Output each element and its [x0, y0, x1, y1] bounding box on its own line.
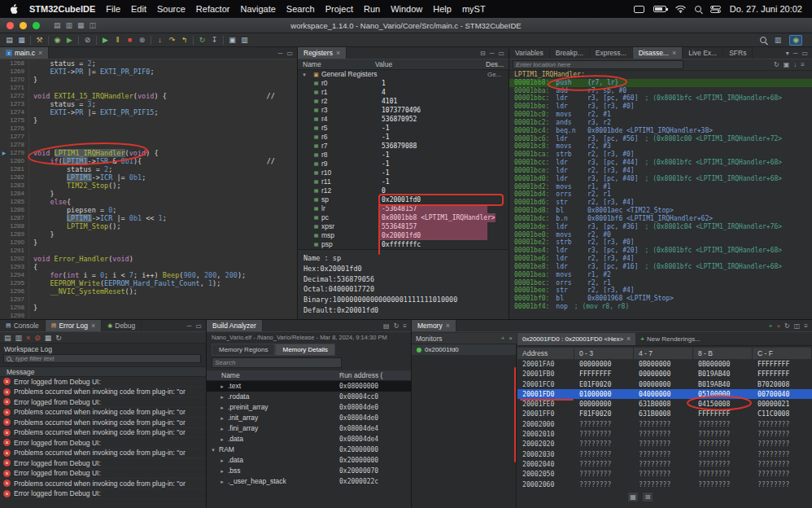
- code-line[interactable]: 1288 LPTIM_Stop();: [0, 222, 297, 230]
- memory-cell[interactable]: F81F0020: [574, 409, 634, 418]
- memory-cell[interactable]: ????????: [753, 469, 812, 479]
- log-row[interactable]: ×Problems occurred when invoking code fr…: [0, 388, 206, 398]
- memory-cell[interactable]: 00000000: [574, 359, 634, 369]
- instruction-stepping-button[interactable]: ↧: [208, 34, 220, 46]
- expander-icon[interactable]: ▸: [219, 466, 225, 476]
- table-icon[interactable]: ⊞: [642, 492, 653, 502]
- memory-cell[interactable]: ????????: [753, 419, 812, 429]
- build-search-input[interactable]: [212, 357, 342, 368]
- code-line[interactable]: 1275}: [0, 116, 297, 125]
- toolbar-search-icon[interactable]: [760, 37, 766, 43]
- minimize-icon[interactable]: ─: [187, 322, 192, 330]
- close-tab-icon[interactable]: ×: [446, 322, 450, 330]
- line-number[interactable]: 1289: [8, 230, 29, 239]
- expander-icon[interactable]: ▸: [219, 423, 225, 434]
- cpp-perspective-button[interactable]: ▥: [771, 35, 785, 46]
- disasm-line[interactable]: 00001bea:movs r1, #2: [509, 271, 812, 279]
- suspend-button[interactable]: ‖: [111, 34, 124, 46]
- menu-item-source[interactable]: Source: [157, 4, 186, 14]
- register-row-psp[interactable]: ▦psp0xfffffffc: [298, 240, 509, 249]
- disasm-line[interactable]: 00001bd8:bl 0x8001aec <TIM22_Stop>: [509, 207, 812, 215]
- memory-address[interactable]: 20002060: [517, 480, 574, 489]
- menu-item-project[interactable]: Project: [325, 4, 353, 14]
- code-line[interactable]: 1289 }: [0, 230, 297, 239]
- line-number[interactable]: 1288: [8, 222, 29, 230]
- memory-cell[interactable]: ????????: [574, 480, 634, 489]
- register-row-r1[interactable]: ▦r14: [298, 88, 509, 97]
- menu-item-edit[interactable]: Edit: [131, 4, 146, 14]
- line-number[interactable]: 1282: [8, 173, 29, 182]
- spotlight-search-icon[interactable]: [695, 6, 701, 12]
- log-row[interactable]: ×Problems occurred when invoking code fr…: [0, 479, 206, 489]
- column-4-7[interactable]: 4 - 7: [634, 348, 693, 359]
- expander-icon[interactable]: ▾: [210, 444, 216, 455]
- register-row-r12[interactable]: ▦r120: [298, 186, 509, 195]
- terminate-button[interactable]: ■: [124, 34, 136, 46]
- line-number[interactable]: 1275: [8, 116, 29, 125]
- close-window-button[interactable]: [7, 22, 14, 29]
- save-button[interactable]: ▦: [15, 34, 28, 46]
- memory-cell[interactable]: ????????: [753, 449, 812, 459]
- memory-cell[interactable]: ????????: [574, 419, 634, 429]
- memory-cell[interactable]: FFFFFFFF: [753, 359, 812, 369]
- memory-address[interactable]: 20001FA0: [517, 359, 574, 369]
- maximize-icon[interactable]: ▭: [286, 50, 293, 57]
- memory-cell[interactable]: FFFFFFFF: [574, 369, 634, 379]
- tab-live-ex[interactable]: Live Ex...: [683, 47, 723, 59]
- code-line[interactable]: 1287 LPTIM1->ICR |= 0b1 << 1;: [0, 214, 297, 222]
- memory-cell[interactable]: 0B000000: [634, 359, 693, 369]
- code-line[interactable]: ▶1279void LPTIM1_IRQHandler(void) {: [0, 149, 297, 157]
- build-button[interactable]: ⚒: [33, 34, 46, 46]
- code-line[interactable]: 1269 EXTI->PR |= EXTI_PR_PIF0;: [0, 68, 297, 76]
- run-button[interactable]: ▶: [63, 34, 76, 46]
- close-tab-icon[interactable]: ×: [38, 49, 42, 57]
- minimize-icon[interactable]: ─: [490, 50, 495, 57]
- line-number[interactable]: 1298: [8, 304, 29, 312]
- build-row-ram[interactable]: ▾RAM0x20000000: [207, 444, 411, 455]
- expander-icon[interactable]: ▸: [219, 381, 225, 392]
- register-row-pc[interactable]: ▦pc0x8001bb8 <LPTIM1_IRQHandler>: [298, 213, 509, 222]
- subtab-memory-regions[interactable]: Memory Regions: [212, 344, 275, 356]
- subtab-memory-details[interactable]: Memory Details: [275, 344, 335, 356]
- skip-all-breakpoints-button[interactable]: ⊘: [81, 34, 94, 46]
- disasm-line[interactable]: 00001bc0:movs r2, #1: [509, 111, 812, 119]
- tab-variables[interactable]: Variables: [509, 47, 550, 59]
- memory-cell[interactable]: ????????: [574, 439, 634, 449]
- memory-cell[interactable]: ????????: [574, 459, 634, 469]
- open-element-button[interactable]: ▥: [238, 34, 251, 46]
- line-number[interactable]: 1285: [8, 198, 29, 206]
- memory-row[interactable]: 20002050????????????????????????????????: [517, 469, 812, 479]
- disasm-line[interactable]: 00001bc4:beq.n 0x8001bde <LPTIM1_IRQHand…: [509, 127, 812, 135]
- code-line[interactable]: 1295 EEPROM_Write(EEPROM_Hard_Fault_Coun…: [0, 279, 297, 287]
- line-number[interactable]: 1271: [8, 84, 29, 92]
- memory-cell[interactable]: ????????: [634, 459, 693, 469]
- memory-address[interactable]: 20002030: [517, 449, 574, 459]
- log-filter-input[interactable]: [3, 354, 201, 363]
- menu-item-help[interactable]: Help: [433, 4, 452, 14]
- disasm-line[interactable]: 00001be4:ldr r3, [pc, #20]; (0x8001bfc <…: [509, 247, 812, 255]
- memory-row[interactable]: 20002010????????????????????????????????: [517, 429, 812, 439]
- remove-all-monitors-icon[interactable]: ×: [509, 335, 513, 342]
- disasm-line[interactable]: 00001bba:add r7, sp, #0: [509, 87, 812, 95]
- memory-cell[interactable]: ????????: [693, 429, 753, 439]
- disasm-line[interactable]: 00001bde:ldr r3, [pc, #36]; (0x8001c04 <…: [509, 223, 812, 231]
- open-log-icon[interactable]: ▦: [45, 334, 52, 342]
- show-opcodes-icon[interactable]: ▣: [784, 61, 790, 68]
- line-number[interactable]: 1284: [8, 190, 29, 198]
- new-file-button[interactable]: ▤: [3, 34, 15, 46]
- memory-cell[interactable]: ????????: [753, 429, 812, 439]
- build-row-init-array[interactable]: ▸.init_array0x08004de0: [207, 413, 411, 423]
- log-row[interactable]: ×Error logged from Debug UI:: [0, 438, 206, 449]
- disasm-line[interactable]: 00001be6:ldr r2, [r3, #4]: [509, 255, 812, 263]
- register-row-xpsr[interactable]: ▦xpsr553648157: [298, 222, 509, 231]
- memory-cell[interactable]: FFFFFFFF: [693, 409, 753, 418]
- add-monitor-icon[interactable]: +: [501, 335, 505, 342]
- memory-address[interactable]: 20002000: [517, 419, 574, 429]
- log-row[interactable]: ×Problems occurred when invoking code fr…: [0, 408, 206, 418]
- refresh-analyzer-icon[interactable]: ↻: [394, 322, 399, 330]
- memory-cell[interactable]: ????????: [574, 429, 634, 439]
- register-group-row[interactable]: ▾▣General RegistersGe...: [298, 70, 509, 79]
- memory-cell[interactable]: B019AB40: [693, 369, 753, 379]
- column-0-3[interactable]: 0 - 3: [574, 348, 634, 359]
- disasm-line[interactable]: 00001bca:strb r2, [r3, #0]: [509, 151, 812, 159]
